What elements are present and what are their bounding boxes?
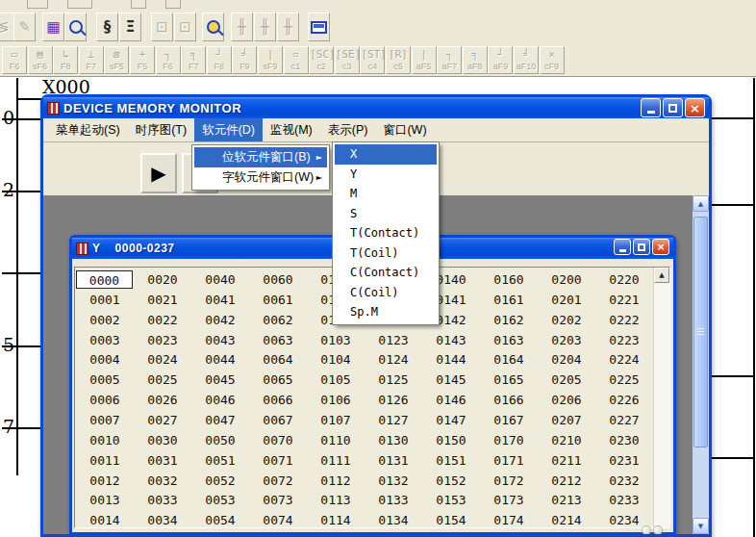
grid-cell-0070[interactable]: 0070	[249, 431, 307, 449]
grid-cell-0150[interactable]: 0150	[422, 431, 480, 449]
grid-cell-0204[interactable]: 0204	[538, 350, 595, 369]
grid-cell-0052[interactable]: 0052	[191, 472, 249, 490]
grid-cell-0212[interactable]: 0212	[538, 472, 595, 490]
grid-cell-0050[interactable]: 0050	[191, 431, 249, 449]
grid-cell-0207[interactable]: 0207	[538, 411, 595, 429]
grid-cell-0014[interactable]: 0014	[76, 511, 134, 528]
menu-item-6[interactable]: 窗口(W)	[375, 118, 434, 141]
grid-cell-0072[interactable]: 0072	[249, 472, 307, 490]
grid-cell-0032[interactable]: 0032	[134, 472, 191, 490]
toolbar-button-compare[interactable]: ≶	[0, 13, 14, 41]
toolbar-partial-button-2[interactable]	[67, 0, 92, 9]
minimize-button[interactable]	[641, 98, 661, 117]
grid-cell-0011[interactable]: 0011	[76, 451, 134, 470]
grid-cell-0030[interactable]: 0030	[134, 431, 191, 449]
grid-cell-0130[interactable]: 0130	[365, 431, 422, 449]
grid-cell-0163[interactable]: 0163	[480, 331, 538, 349]
grid-cell-0145[interactable]: 0145	[422, 371, 480, 389]
grid-cell-0165[interactable]: 0165	[480, 371, 538, 389]
grid-cell-0205[interactable]: 0205	[538, 371, 595, 389]
grid-cell-0164[interactable]: 0164	[480, 350, 538, 369]
y-maximize-button[interactable]	[633, 239, 650, 255]
grid-cell-0005[interactable]: 0005	[76, 371, 134, 389]
grid-cell-0222[interactable]: 0222	[595, 311, 653, 329]
ladder-tool-F7-8[interactable]: ╕F7	[181, 46, 206, 74]
grid-cell-0210[interactable]: 0210	[538, 431, 595, 449]
grid-cell-0023[interactable]: 0023	[134, 331, 191, 349]
toolbar-button-trace-curve[interactable]: §	[96, 13, 118, 41]
toolbar-partial-button-3[interactable]	[131, 0, 146, 9]
toolbar-button-monitor-zoom[interactable]	[64, 13, 87, 41]
grid-cell-0131[interactable]: 0131	[365, 451, 422, 470]
grid-cell-0074[interactable]: 0074	[249, 511, 307, 528]
ladder-tool-sF9-11[interactable]: |sF9	[258, 46, 283, 74]
toolbar-button-device-monitor[interactable]	[308, 13, 330, 41]
grid-cell-0166[interactable]: 0166	[480, 391, 538, 409]
grid-cell-0152[interactable]: 0152	[422, 472, 480, 490]
grid-cell-0006[interactable]: 0006	[76, 391, 134, 409]
device-submenu-item-Y[interactable]: Y	[335, 165, 437, 185]
grid-cell-0161[interactable]: 0161	[480, 291, 538, 309]
grid-cell-0004[interactable]: 0004	[76, 350, 134, 369]
ladder-tool-F6-1[interactable]: ▭F6	[2, 46, 27, 74]
grid-cell-0154[interactable]: 0154	[422, 511, 480, 528]
grid-cell-0010[interactable]: 0010	[76, 431, 134, 449]
grid-cell-0043[interactable]: 0043	[191, 331, 249, 349]
grid-cell-0020[interactable]: 0020	[134, 270, 191, 289]
grid-cell-0051[interactable]: 0051	[191, 451, 249, 470]
grid-cell-0114[interactable]: 0114	[307, 511, 365, 528]
grid-cell-0170[interactable]: 0170	[480, 431, 538, 449]
grid-cell-0024[interactable]: 0024	[134, 350, 191, 369]
grid-cell-0021[interactable]: 0021	[134, 291, 191, 309]
grid-cell-0211[interactable]: 0211	[538, 451, 595, 470]
grid-cell-0042[interactable]: 0042	[191, 311, 249, 329]
toolbar-button-ibeam[interactable]: Ξ	[119, 13, 141, 41]
menu-item-4[interactable]: 监视(M)	[263, 118, 320, 141]
device-menu-item-1[interactable]: 位软元件窗口(B)►	[194, 147, 327, 167]
grid-cell-0153[interactable]: 0153	[422, 491, 480, 509]
grid-cell-0231[interactable]: 0231	[595, 451, 653, 470]
device-submenu-item-C(Coil)[interactable]: C(Coil)	[335, 283, 437, 303]
grid-cell-0054[interactable]: 0054	[191, 511, 249, 528]
grid-cell-0103[interactable]: 0103	[307, 331, 365, 349]
grid-cell-0202[interactable]: 0202	[538, 311, 595, 329]
ladder-tool-F8-3[interactable]: ↳F8	[53, 46, 78, 74]
grid-cell-0003[interactable]: 0003	[76, 331, 134, 349]
grid-cell-0214[interactable]: 0214	[538, 511, 595, 528]
ladder-tool-F6-7[interactable]: ┐F6	[156, 46, 181, 74]
grid-cell-0060[interactable]: 0060	[249, 270, 307, 289]
grid-cell-0053[interactable]: 0053	[191, 491, 249, 509]
toolbar-button-window-a[interactable]: ⊡	[151, 13, 173, 41]
grid-cell-0106[interactable]: 0106	[307, 391, 365, 409]
grid-cell-0143[interactable]: 0143	[422, 331, 480, 349]
grid-cell-0065[interactable]: 0065	[249, 371, 307, 389]
grid-cell-0225[interactable]: 0225	[595, 371, 653, 389]
grid-cell-0144[interactable]: 0144	[422, 350, 480, 369]
grid-cell-0173[interactable]: 0173	[480, 491, 538, 509]
grid-cell-0223[interactable]: 0223	[595, 331, 653, 349]
mdi-scroll-thumb[interactable]	[693, 217, 708, 448]
device-submenu-item-X[interactable]: X	[335, 144, 437, 165]
close-button[interactable]: ×	[685, 98, 705, 117]
ladder-tool-F7-4[interactable]: ⊥F7	[79, 46, 104, 74]
grid-cell-0126[interactable]: 0126	[365, 391, 422, 409]
grid-cell-0027[interactable]: 0027	[134, 411, 191, 429]
ladder-tool-c5-16[interactable]: [R]c5	[386, 46, 411, 74]
grid-cell-0031[interactable]: 0031	[134, 451, 191, 470]
grid-cell-0045[interactable]: 0045	[191, 371, 249, 389]
toolbar-button-edit-mode[interactable]: ✎	[13, 13, 36, 41]
y-minimize-button[interactable]	[614, 239, 631, 255]
grid-cell-0071[interactable]: 0071	[249, 451, 307, 470]
grid-cell-0040[interactable]: 0040	[191, 270, 249, 289]
grid-cell-0206[interactable]: 0206	[538, 391, 595, 409]
menu-item-1[interactable]: 菜单起动(S)	[48, 118, 128, 141]
grid-cell-0025[interactable]: 0025	[134, 371, 191, 389]
grid-cell-0162[interactable]: 0162	[480, 311, 538, 329]
device-submenu-item-S[interactable]: S	[335, 204, 437, 224]
grid-cell-0047[interactable]: 0047	[191, 411, 249, 429]
y-close-button[interactable]: ×	[652, 239, 669, 255]
grid-cell-0171[interactable]: 0171	[480, 451, 538, 470]
toolbar-button-device-grid[interactable]: ▦	[42, 13, 64, 41]
grid-cell-0002[interactable]: 0002	[76, 311, 134, 329]
grid-cell-0022[interactable]: 0022	[134, 311, 191, 329]
